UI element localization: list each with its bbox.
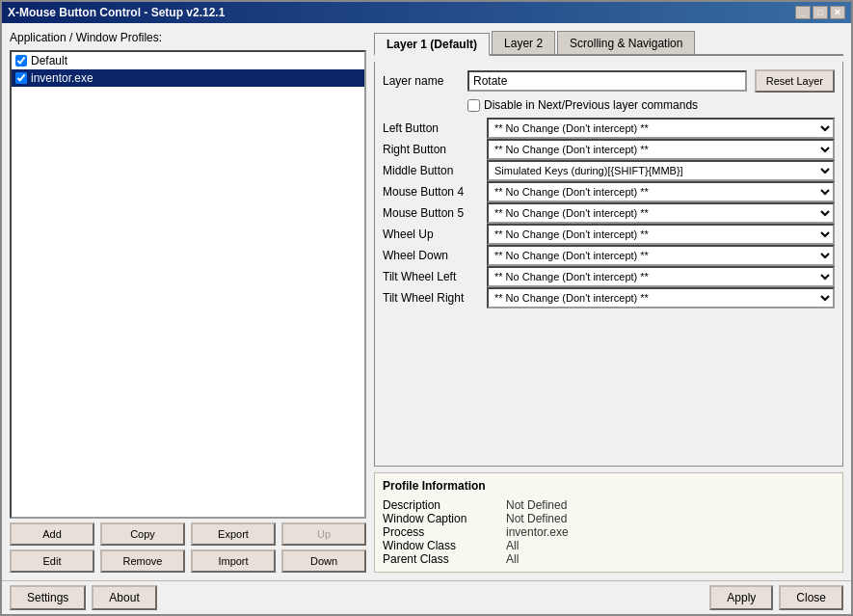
export-button[interactable]: Export (191, 522, 276, 546)
layer-name-row: Layer name Reset Layer (383, 69, 835, 93)
button-assignment-label: Left Button (383, 121, 479, 135)
button-assignment-row: Tilt Wheel Left** No Change (Don't inter… (383, 266, 835, 287)
disable-checkbox-label: Disable in Next/Previous layer commands (484, 98, 698, 112)
settings-button[interactable]: Settings (10, 585, 86, 610)
profile-info-value: inventor.exe (506, 525, 569, 539)
button-assignment-label: Tilt Wheel Right (383, 291, 479, 305)
profile-info-value: All (506, 552, 519, 566)
body-area: Application / Window Profiles: Defaultin… (10, 31, 843, 573)
button-assignment-label: Wheel Down (383, 249, 479, 262)
button-assignment-select[interactable]: Simulated Keys (during)[{SHIFT}{MMB}] (487, 160, 835, 181)
layer-name-input[interactable] (467, 70, 747, 92)
bottom-bar: Settings About Apply Close (2, 580, 851, 614)
about-button[interactable]: About (92, 585, 156, 610)
profile-item[interactable]: inventor.exe (12, 69, 364, 87)
profile-info-label: Parent Class (383, 552, 498, 566)
button-assignment-select[interactable]: ** No Change (Don't intercept) ** (487, 181, 835, 202)
button-assignment-label: Right Button (383, 143, 479, 156)
profile-info-label: Description (383, 498, 498, 512)
tab-layer-2[interactable]: Layer 2 (492, 31, 555, 54)
close-button[interactable]: ✕ (830, 6, 845, 19)
profiles-label: Application / Window Profiles: (10, 31, 366, 44)
button-assignment-select[interactable]: ** No Change (Don't intercept) ** (487, 287, 835, 308)
profile-info-label: Window Class (383, 539, 498, 552)
apply-button[interactable]: Apply (709, 585, 773, 610)
btn-row-1: Add Copy Export Up (10, 522, 366, 546)
right-panel: Layer 1 (Default)Layer 2Scrolling & Navi… (374, 31, 843, 573)
button-assignment-row: Wheel Down** No Change (Don't intercept)… (383, 245, 835, 266)
left-buttons: Add Copy Export Up Edit Remove Import Do… (10, 522, 366, 573)
maximize-button[interactable]: □ (813, 6, 828, 19)
disable-row: Disable in Next/Previous layer commands (383, 98, 835, 112)
profile-info-row: Processinventor.exe (383, 525, 835, 539)
profile-info-row: DescriptionNot Defined (383, 498, 835, 512)
button-assignment-label: Tilt Wheel Left (383, 270, 479, 283)
import-button[interactable]: Import (191, 549, 276, 573)
remove-button[interactable]: Remove (100, 549, 185, 573)
button-assignment-row: Left Button** No Change (Don't intercept… (383, 118, 835, 139)
btn-row-2: Edit Remove Import Down (10, 549, 366, 573)
reset-layer-button[interactable]: Reset Layer (755, 69, 835, 93)
button-rows: Left Button** No Change (Don't intercept… (383, 118, 835, 308)
tabs-area: Layer 1 (Default)Layer 2Scrolling & Navi… (374, 31, 843, 56)
tab-layer-1-(default)[interactable]: Layer 1 (Default) (374, 33, 490, 56)
profile-label: Default (31, 54, 67, 67)
button-assignment-select[interactable]: ** No Change (Don't intercept) ** (487, 245, 835, 266)
profile-info-row: Window ClassAll (383, 539, 835, 552)
profile-info-row: Window CaptionNot Defined (383, 512, 835, 525)
button-assignment-row: Tilt Wheel Right** No Change (Don't inte… (383, 287, 835, 308)
button-assignment-row: Mouse Button 5** No Change (Don't interc… (383, 202, 835, 224)
profile-info-label: Window Caption (383, 512, 498, 525)
profile-checkbox[interactable] (15, 55, 27, 67)
title-bar: X-Mouse Button Control - Setup v2.12.1 _… (2, 2, 851, 23)
profile-label: inventor.exe (31, 71, 93, 85)
button-assignment-row: Wheel Up** No Change (Don't intercept) *… (383, 224, 835, 245)
layer-name-label: Layer name (383, 74, 460, 88)
button-assignment-select[interactable]: ** No Change (Don't intercept) ** (487, 224, 835, 245)
add-button[interactable]: Add (10, 522, 94, 546)
profile-info-row: Parent ClassAll (383, 552, 835, 566)
profile-info-title: Profile Information (383, 479, 835, 493)
button-assignment-label: Wheel Up (383, 228, 479, 241)
edit-button[interactable]: Edit (10, 549, 94, 573)
disable-checkbox[interactable] (467, 99, 480, 112)
close-button-bottom[interactable]: Close (779, 585, 843, 610)
up-button[interactable]: Up (281, 522, 366, 546)
button-assignment-label: Middle Button (383, 164, 479, 177)
profile-info-label: Process (383, 525, 498, 539)
button-assignment-row: Mouse Button 4** No Change (Don't interc… (383, 181, 835, 202)
button-assignment-select[interactable]: ** No Change (Don't intercept) ** (487, 202, 835, 224)
profile-info-value: All (506, 539, 519, 552)
main-content: Application / Window Profiles: Defaultin… (2, 23, 851, 580)
button-assignment-select[interactable]: ** No Change (Don't intercept) ** (487, 266, 835, 287)
bottom-bar-right: Apply Close (709, 585, 843, 610)
main-window: X-Mouse Button Control - Setup v2.12.1 _… (0, 0, 853, 616)
profile-item[interactable]: Default (12, 52, 364, 69)
profile-info-value: Not Defined (506, 498, 567, 512)
profile-checkbox[interactable] (15, 72, 27, 84)
button-assignment-row: Middle ButtonSimulated Keys (during)[{SH… (383, 160, 835, 181)
window-title: X-Mouse Button Control - Setup v2.12.1 (8, 6, 225, 19)
button-assignment-label: Mouse Button 5 (383, 206, 479, 220)
minimize-button[interactable]: _ (795, 6, 811, 19)
profile-info-value: Not Defined (506, 512, 567, 525)
button-assignment-row: Right Button** No Change (Don't intercep… (383, 139, 835, 160)
button-assignment-label: Mouse Button 4 (383, 185, 479, 199)
button-assignment-select[interactable]: ** No Change (Don't intercept) ** (487, 139, 835, 160)
down-button[interactable]: Down (281, 549, 366, 573)
copy-button[interactable]: Copy (100, 522, 185, 546)
title-bar-buttons: _ □ ✕ (795, 6, 845, 19)
button-assignment-select[interactable]: ** No Change (Don't intercept) ** (487, 118, 835, 139)
profile-info: Profile Information DescriptionNot Defin… (374, 472, 843, 573)
tab-content: Layer name Reset Layer Disable in Next/P… (374, 62, 843, 467)
info-rows: DescriptionNot DefinedWindow CaptionNot … (383, 498, 835, 566)
left-panel: Application / Window Profiles: Defaultin… (10, 31, 366, 573)
profiles-list[interactable]: Defaultinventor.exe (10, 50, 366, 519)
tab-scrolling-&-navigation[interactable]: Scrolling & Navigation (557, 31, 695, 54)
